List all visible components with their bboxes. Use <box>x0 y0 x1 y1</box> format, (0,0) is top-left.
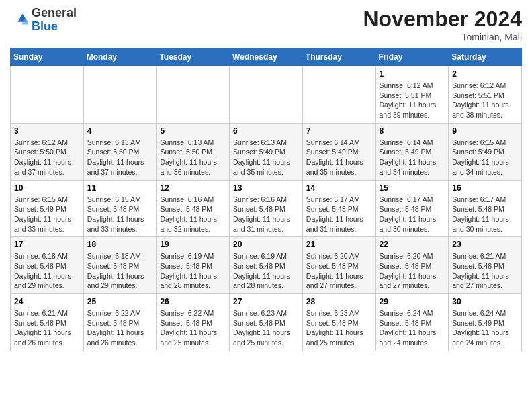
weekday-header-sunday: Sunday <box>11 48 84 66</box>
weekday-header-wednesday: Wednesday <box>230 48 303 66</box>
day-info: Sunrise: 6:15 AMSunset: 5:48 PMDaylight:… <box>87 195 153 234</box>
calendar-cell: 23Sunrise: 6:21 AMSunset: 5:48 PMDayligh… <box>449 237 522 294</box>
day-info: Sunrise: 6:15 AMSunset: 5:49 PMDaylight:… <box>14 195 80 234</box>
day-info: Sunrise: 6:19 AMSunset: 5:48 PMDaylight:… <box>160 251 226 291</box>
title-block: November 2024 Tominian, Mali <box>363 7 522 42</box>
day-info: Sunrise: 6:24 AMSunset: 5:49 PMDaylight:… <box>452 308 518 348</box>
calendar-cell: 28Sunrise: 6:23 AMSunset: 5:48 PMDayligh… <box>302 294 375 351</box>
weekday-header-thursday: Thursday <box>302 48 375 66</box>
calendar-cell: 4Sunrise: 6:13 AMSunset: 5:50 PMDaylight… <box>83 123 157 180</box>
day-info: Sunrise: 6:20 AMSunset: 5:48 PMDaylight:… <box>306 251 372 291</box>
weekday-header-friday: Friday <box>375 48 449 66</box>
day-number: 29 <box>380 297 445 306</box>
calendar-cell: 20Sunrise: 6:19 AMSunset: 5:48 PMDayligh… <box>230 237 303 294</box>
calendar-cell: 17Sunrise: 6:18 AMSunset: 5:48 PMDayligh… <box>11 237 84 294</box>
calendar-cell <box>83 66 157 124</box>
calendar-cell: 2Sunrise: 6:12 AMSunset: 5:51 PMDaylight… <box>449 66 522 124</box>
day-info: Sunrise: 6:13 AMSunset: 5:50 PMDaylight:… <box>160 138 226 177</box>
calendar-cell: 27Sunrise: 6:23 AMSunset: 5:48 PMDayligh… <box>230 294 303 351</box>
day-info: Sunrise: 6:18 AMSunset: 5:48 PMDaylight:… <box>14 251 80 291</box>
day-number: 19 <box>160 240 226 249</box>
calendar-cell: 12Sunrise: 6:16 AMSunset: 5:48 PMDayligh… <box>157 180 230 237</box>
day-info: Sunrise: 6:21 AMSunset: 5:48 PMDaylight:… <box>14 308 80 348</box>
day-info: Sunrise: 6:13 AMSunset: 5:49 PMDaylight:… <box>233 138 299 177</box>
calendar-cell: 8Sunrise: 6:14 AMSunset: 5:49 PMDaylight… <box>375 123 449 180</box>
day-info: Sunrise: 6:15 AMSunset: 5:49 PMDaylight:… <box>452 138 518 177</box>
day-number: 2 <box>452 69 518 79</box>
calendar-cell: 26Sunrise: 6:22 AMSunset: 5:48 PMDayligh… <box>157 294 230 351</box>
calendar-cell <box>157 66 230 124</box>
day-info: Sunrise: 6:12 AMSunset: 5:50 PMDaylight:… <box>14 138 80 177</box>
calendar-week-row: 24Sunrise: 6:21 AMSunset: 5:48 PMDayligh… <box>11 294 522 351</box>
day-info: Sunrise: 6:17 AMSunset: 5:48 PMDaylight:… <box>452 195 518 234</box>
calendar-cell: 7Sunrise: 6:14 AMSunset: 5:49 PMDaylight… <box>302 123 375 180</box>
calendar-cell: 18Sunrise: 6:18 AMSunset: 5:48 PMDayligh… <box>83 237 157 294</box>
day-info: Sunrise: 6:17 AMSunset: 5:48 PMDaylight:… <box>380 195 445 234</box>
calendar-cell: 15Sunrise: 6:17 AMSunset: 5:48 PMDayligh… <box>375 180 449 237</box>
day-number: 27 <box>233 297 299 306</box>
day-number: 7 <box>306 126 372 136</box>
day-number: 4 <box>87 126 153 136</box>
calendar-cell: 19Sunrise: 6:19 AMSunset: 5:48 PMDayligh… <box>157 237 230 294</box>
day-number: 3 <box>14 126 80 136</box>
calendar-table: SundayMondayTuesdayWednesdayThursdayFrid… <box>10 48 522 351</box>
calendar-cell: 13Sunrise: 6:16 AMSunset: 5:48 PMDayligh… <box>230 180 303 237</box>
day-number: 10 <box>14 183 80 193</box>
day-number: 11 <box>87 183 153 193</box>
day-number: 5 <box>160 126 226 136</box>
calendar-week-row: 10Sunrise: 6:15 AMSunset: 5:49 PMDayligh… <box>11 180 522 237</box>
calendar-cell: 16Sunrise: 6:17 AMSunset: 5:48 PMDayligh… <box>449 180 522 237</box>
day-info: Sunrise: 6:23 AMSunset: 5:48 PMDaylight:… <box>306 308 372 348</box>
day-number: 18 <box>87 240 153 249</box>
day-number: 15 <box>380 183 445 193</box>
logo-general-text: General <box>32 6 77 19</box>
day-info: Sunrise: 6:13 AMSunset: 5:50 PMDaylight:… <box>87 138 153 177</box>
logo-icon <box>10 11 29 30</box>
calendar-week-row: 1Sunrise: 6:12 AMSunset: 5:51 PMDaylight… <box>11 66 522 124</box>
day-info: Sunrise: 6:17 AMSunset: 5:48 PMDaylight:… <box>306 195 372 234</box>
calendar-cell <box>230 66 303 124</box>
day-number: 20 <box>233 240 299 249</box>
day-number: 30 <box>452 297 518 306</box>
day-info: Sunrise: 6:21 AMSunset: 5:48 PMDaylight:… <box>452 251 518 291</box>
calendar-cell <box>11 66 84 124</box>
day-info: Sunrise: 6:14 AMSunset: 5:49 PMDaylight:… <box>380 138 445 177</box>
day-info: Sunrise: 6:16 AMSunset: 5:48 PMDaylight:… <box>233 195 299 234</box>
month-title: November 2024 <box>363 7 522 32</box>
day-info: Sunrise: 6:12 AMSunset: 5:51 PMDaylight:… <box>452 81 518 120</box>
logo: General Blue <box>10 7 77 34</box>
calendar-cell: 22Sunrise: 6:20 AMSunset: 5:48 PMDayligh… <box>375 237 449 294</box>
day-info: Sunrise: 6:22 AMSunset: 5:48 PMDaylight:… <box>160 308 226 348</box>
day-number: 16 <box>452 183 518 193</box>
day-info: Sunrise: 6:24 AMSunset: 5:48 PMDaylight:… <box>380 308 445 348</box>
day-number: 13 <box>233 183 299 193</box>
calendar-cell: 30Sunrise: 6:24 AMSunset: 5:49 PMDayligh… <box>449 294 522 351</box>
calendar-week-row: 3Sunrise: 6:12 AMSunset: 5:50 PMDaylight… <box>11 123 522 180</box>
day-number: 26 <box>160 297 226 306</box>
day-number: 23 <box>452 240 518 249</box>
weekday-header-monday: Monday <box>83 48 157 66</box>
day-info: Sunrise: 6:16 AMSunset: 5:48 PMDaylight:… <box>160 195 226 234</box>
day-number: 8 <box>380 126 445 136</box>
day-info: Sunrise: 6:19 AMSunset: 5:48 PMDaylight:… <box>233 251 299 291</box>
calendar-cell: 3Sunrise: 6:12 AMSunset: 5:50 PMDaylight… <box>11 123 84 180</box>
day-number: 1 <box>380 69 445 79</box>
calendar-cell: 21Sunrise: 6:20 AMSunset: 5:48 PMDayligh… <box>302 237 375 294</box>
day-number: 6 <box>233 126 299 136</box>
day-number: 9 <box>452 126 518 136</box>
day-number: 14 <box>306 183 372 193</box>
day-number: 12 <box>160 183 226 193</box>
calendar-cell: 29Sunrise: 6:24 AMSunset: 5:48 PMDayligh… <box>375 294 449 351</box>
calendar-cell: 25Sunrise: 6:22 AMSunset: 5:48 PMDayligh… <box>83 294 157 351</box>
weekday-header-tuesday: Tuesday <box>157 48 230 66</box>
day-number: 28 <box>306 297 372 306</box>
calendar-cell: 6Sunrise: 6:13 AMSunset: 5:49 PMDaylight… <box>230 123 303 180</box>
day-number: 25 <box>87 297 153 306</box>
day-info: Sunrise: 6:14 AMSunset: 5:49 PMDaylight:… <box>306 138 372 177</box>
day-info: Sunrise: 6:23 AMSunset: 5:48 PMDaylight:… <box>233 308 299 348</box>
calendar-week-row: 17Sunrise: 6:18 AMSunset: 5:48 PMDayligh… <box>11 237 522 294</box>
calendar-cell: 10Sunrise: 6:15 AMSunset: 5:49 PMDayligh… <box>11 180 84 237</box>
location: Tominian, Mali <box>363 32 522 42</box>
page-header: General Blue November 2024 Tominian, Mal… <box>10 7 522 42</box>
day-number: 17 <box>14 240 80 249</box>
